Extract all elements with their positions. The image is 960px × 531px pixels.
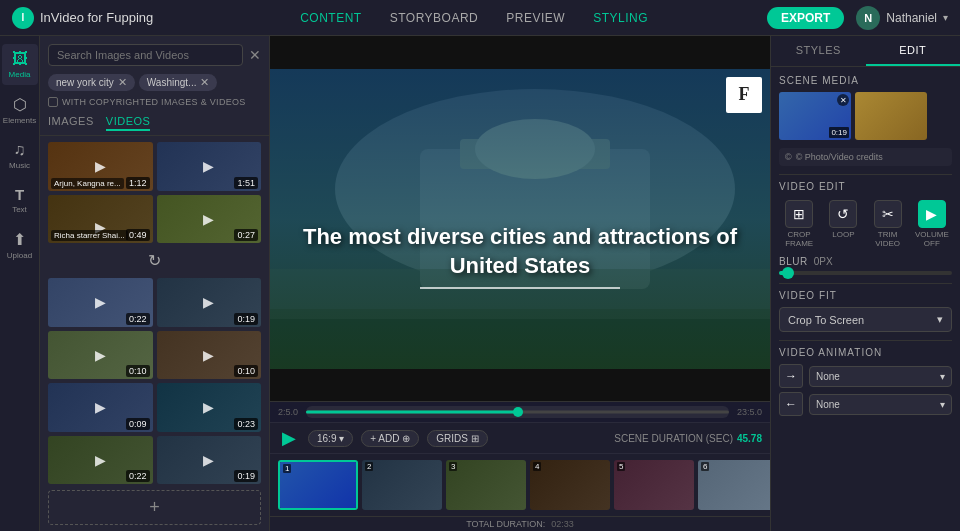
media-thumb-7[interactable]: ▶ 0:10: [48, 331, 153, 380]
tag-newyork[interactable]: new york city ✕: [48, 74, 135, 91]
tab-images[interactable]: IMAGES: [48, 113, 94, 131]
animation-in-row: → None ▾: [779, 364, 952, 388]
tag-close-newyork[interactable]: ✕: [118, 76, 127, 89]
sidebar-item-elements[interactable]: ⬡ Elements: [2, 89, 38, 131]
scene-thumb-1[interactable]: ✕ 0:19: [779, 92, 851, 140]
sidebar-item-music[interactable]: ♫ Music: [2, 135, 38, 176]
search-bar: ✕: [40, 36, 269, 74]
canvas-text-overlay: The most diverse cities and attractions …: [270, 223, 770, 288]
canvas-wrapper: The most diverse cities and attractions …: [270, 36, 770, 401]
animation-in-select[interactable]: None ▾: [809, 366, 952, 387]
clip-item-5[interactable]: 5: [614, 460, 694, 510]
slider-handle[interactable]: [782, 267, 794, 279]
video-fit-select[interactable]: Crop To Screen ▾: [779, 307, 952, 332]
canvas-frame: The most diverse cities and attractions …: [270, 69, 770, 369]
clip-item-4[interactable]: 4: [530, 460, 610, 510]
scene-thumb-1-duration: 0:19: [829, 127, 849, 138]
add-clip-button[interactable]: + ADD ⊕: [361, 430, 419, 447]
sidebar-item-text[interactable]: T Text: [2, 180, 38, 220]
media-thumb-5[interactable]: ▶ 0:22: [48, 278, 153, 327]
copyright-label: WITH COPYRIGHTED IMAGES & VIDEOS: [62, 97, 246, 107]
media-thumb-10[interactable]: ▶ 0:23: [157, 383, 262, 432]
video-fit-value: Crop To Screen: [788, 314, 864, 326]
sidebar-label-elements: Elements: [3, 116, 36, 125]
scene-thumb-2[interactable]: [855, 92, 927, 140]
tool-crop-frame[interactable]: ⊞ CROPFRAME: [779, 200, 819, 248]
media-thumb-9[interactable]: ▶ 0:09: [48, 383, 153, 432]
total-duration-bar: TOTAL DURATION: 02:33: [270, 516, 770, 531]
loop-label: LOOP: [832, 230, 854, 239]
nav-storyboard[interactable]: STORYBOARD: [390, 11, 479, 25]
scrubber-handle[interactable]: [513, 407, 523, 417]
right-tab-edit[interactable]: EDIT: [866, 36, 961, 66]
canvas-bg-gradient: [270, 69, 770, 369]
tabs-row: IMAGES VIDEOS: [40, 113, 269, 136]
play-icon-11: ▶: [95, 452, 106, 468]
timeline-area: 2:5.0 23:5.0 ▶ 16:9 ▾ + ADD ⊕ GRIDS ⊞ SC…: [270, 401, 770, 531]
nav-preview[interactable]: PREVIEW: [506, 11, 565, 25]
user-name: Nathaniel: [886, 11, 937, 25]
media-thumb-12[interactable]: ▶ 0:19: [157, 436, 262, 485]
right-section: SCENE MEDIA ✕ 0:19 © © Photo/Video credi…: [771, 67, 960, 428]
animation-out-select[interactable]: None ▾: [809, 394, 952, 415]
grids-button[interactable]: GRIDS ⊞: [427, 430, 487, 447]
media-thumb-11[interactable]: ▶ 0:22: [48, 436, 153, 485]
scene-thumb-1-close[interactable]: ✕: [837, 94, 849, 106]
timeline-scrubber-row: 2:5.0 23:5.0: [270, 402, 770, 423]
trim-video-label: TRIMVIDEO: [875, 230, 900, 248]
search-clear-icon[interactable]: ✕: [249, 47, 261, 63]
play-icon-2: ▶: [203, 158, 214, 174]
photo-credit-label: © Photo/Video credits: [796, 152, 883, 162]
thumb-duration-9: 0:09: [126, 418, 150, 430]
clip-item-6[interactable]: 6: [698, 460, 770, 510]
tag-close-washington[interactable]: ✕: [200, 76, 209, 89]
tag-washington[interactable]: Washingt... ✕: [139, 74, 218, 91]
thumb-duration-1: 1:12: [126, 177, 150, 189]
tab-videos[interactable]: VIDEOS: [106, 113, 151, 131]
tool-volume[interactable]: ▶ VOLUMEOFF: [912, 200, 952, 248]
tool-trim-video[interactable]: ✂ TRIMVIDEO: [868, 200, 908, 248]
clip-item-3[interactable]: 3: [446, 460, 526, 510]
search-input[interactable]: [48, 44, 243, 66]
animation-out-row: ← None ▾: [779, 392, 952, 416]
play-button[interactable]: ▶: [278, 427, 300, 449]
aspect-ratio-selector[interactable]: 16:9 ▾: [308, 430, 353, 447]
play-icon-10: ▶: [203, 399, 214, 415]
logo-icon: I: [12, 7, 34, 29]
refresh-icon[interactable]: ↻: [148, 251, 161, 270]
video-fit-title: VIDEO FIT: [779, 290, 952, 301]
media-thumb-2[interactable]: ▶ 1:51: [157, 142, 262, 191]
clip-item-1[interactable]: 1: [278, 460, 358, 510]
nav-content[interactable]: CONTENT: [300, 11, 362, 25]
copyright-filter: WITH COPYRIGHTED IMAGES & VIDEOS: [40, 97, 269, 113]
tool-loop[interactable]: ↺ LOOP: [823, 200, 863, 248]
media-thumb-4[interactable]: ▶ 0:27: [157, 195, 262, 244]
thumb-duration-6: 0:19: [234, 313, 258, 325]
blur-slider[interactable]: [779, 271, 952, 275]
clip-item-2[interactable]: 2: [362, 460, 442, 510]
clip-number-5: 5: [617, 462, 625, 471]
trim-video-icon: ✂: [874, 200, 902, 228]
animation-out-chevron-icon: ▾: [940, 399, 945, 410]
media-thumb-1[interactable]: ▶ Arjun, Kangna re... 1:12: [48, 142, 153, 191]
nav-links: CONTENT STORYBOARD PREVIEW STYLING: [193, 11, 755, 25]
nav-styling[interactable]: STYLING: [593, 11, 648, 25]
media-thumb-6[interactable]: ▶ 0:19: [157, 278, 262, 327]
sidebar-item-upload[interactable]: ⬆ Upload: [2, 224, 38, 266]
add-media-button[interactable]: +: [48, 490, 261, 525]
export-button[interactable]: EXPORT: [767, 7, 844, 29]
thumb-text-3: Richa starrer Shai...: [51, 230, 128, 241]
media-panel: ✕ new york city ✕ Washingt... ✕ WITH COP…: [40, 36, 270, 531]
media-thumb-3[interactable]: ▶ Richa starrer Shai... 0:49: [48, 195, 153, 244]
media-thumb-8[interactable]: ▶ 0:10: [157, 331, 262, 380]
media-icon: 🖼: [12, 50, 28, 68]
copyright-checkbox[interactable]: [48, 97, 58, 107]
right-tab-styles[interactable]: STYLES: [771, 36, 866, 66]
sidebar-item-media[interactable]: 🖼 Media: [2, 44, 38, 85]
clip-strip: 1 2 3 4 5: [270, 454, 770, 516]
chevron-down-icon: ▾: [943, 12, 948, 23]
upload-icon: ⬆: [13, 230, 26, 249]
scrubber-bar[interactable]: [306, 406, 729, 418]
crop-frame-label: CROPFRAME: [785, 230, 813, 248]
photo-credit[interactable]: © © Photo/Video credits: [779, 148, 952, 166]
